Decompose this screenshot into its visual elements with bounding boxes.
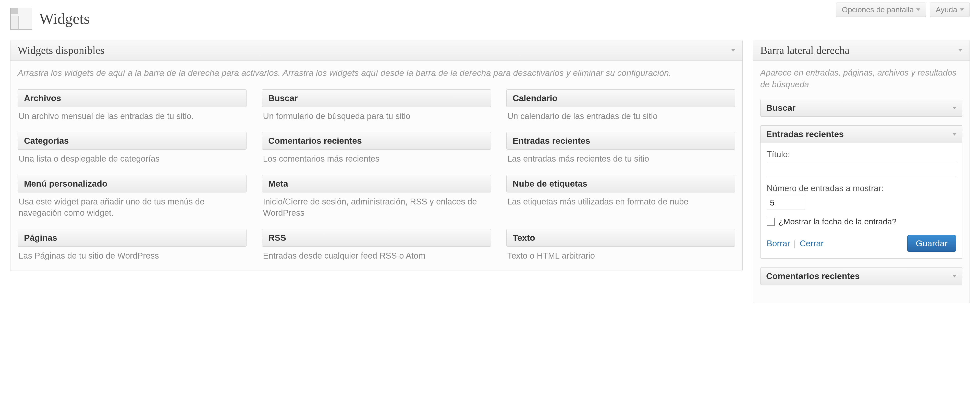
chevron-down-icon: [916, 8, 920, 11]
chevron-down-icon: [953, 133, 956, 135]
sidebar-area-desc: Aparece en entradas, páginas, archivos y…: [760, 67, 963, 90]
available-widget-head[interactable]: Categorías: [18, 132, 247, 150]
show-date-label: ¿Mostrar la fecha de la entrada?: [778, 217, 896, 226]
help-label: Ayuda: [935, 5, 957, 14]
available-widgets-header[interactable]: Widgets disponibles: [11, 40, 742, 61]
link-separator: |: [794, 239, 796, 248]
page-title: Widgets: [39, 10, 90, 27]
available-widget-desc: Los comentarios más recientes: [262, 153, 491, 165]
chevron-down-icon: [953, 275, 956, 277]
sidebar-widget-recientes-head[interactable]: Entradas recientes: [760, 126, 962, 143]
available-widget: ArchivosUn archivo mensual de las entrad…: [18, 89, 247, 122]
sidebar-widget-comentarios[interactable]: Comentarios recientes: [760, 267, 963, 285]
available-widget-head[interactable]: Meta: [262, 175, 491, 193]
available-widget: TextoTexto o HTML arbitrario: [506, 229, 735, 261]
available-widget: Nube de etiquetasLas etiquetas más utili…: [506, 175, 735, 219]
chevron-down-icon: [960, 8, 964, 11]
chevron-down-icon: [953, 107, 956, 109]
sidebar-area-panel: Barra lateral derecha Aparece en entrada…: [753, 40, 970, 303]
show-date-checkbox[interactable]: [767, 218, 775, 226]
available-widget-desc: Un calendario de las entradas de tu siti…: [506, 110, 735, 122]
available-widget-head[interactable]: Comentarios recientes: [262, 132, 491, 150]
available-widgets-title: Widgets disponibles: [18, 44, 104, 56]
chevron-down-icon: [731, 49, 735, 51]
available-widget: Entradas recientesLas entradas más recie…: [506, 132, 735, 165]
available-widget-desc: Entradas desde cualquier feed RSS o Atom: [262, 250, 491, 261]
sidebar-area-title: Barra lateral derecha: [760, 44, 850, 56]
available-widget-head[interactable]: Páginas: [18, 229, 247, 247]
chevron-down-icon: [958, 49, 963, 51]
available-widget-head[interactable]: RSS: [262, 229, 491, 247]
available-widgets-panel: Widgets disponibles Arrastra los widgets…: [10, 40, 743, 271]
sidebar-widget-buscar-title: Buscar: [766, 103, 795, 113]
available-widget-head[interactable]: Entradas recientes: [506, 132, 735, 150]
available-widget: RSSEntradas desde cualquier feed RSS o A…: [262, 229, 491, 261]
available-widget-desc: Usa este widget para añadir uno de tus m…: [18, 196, 247, 219]
screen-options-label: Opciones de pantalla: [842, 5, 914, 14]
sidebar-widget-comentarios-title: Comentarios recientes: [766, 271, 860, 281]
available-widget-head[interactable]: Buscar: [262, 89, 491, 107]
widgets-icon: [10, 8, 32, 30]
available-widget-desc: Un archivo mensual de las entradas de tu…: [18, 110, 247, 122]
available-widget-head[interactable]: Menú personalizado: [18, 175, 247, 193]
sidebar-widget-buscar[interactable]: Buscar: [760, 99, 963, 117]
sidebar-widget-buscar-head[interactable]: Buscar: [760, 99, 962, 116]
numero-input[interactable]: [767, 196, 805, 210]
available-widget-head[interactable]: Nube de etiquetas: [506, 175, 735, 193]
sidebar-widget-comentarios-head[interactable]: Comentarios recientes: [760, 268, 962, 285]
numero-label: Número de entradas a mostrar:: [767, 183, 956, 193]
available-widget-desc: Las entradas más recientes de tu sitio: [506, 153, 735, 165]
available-widgets-instruction: Arrastra los widgets de aquí a la barra …: [18, 67, 735, 79]
available-widget: PáginasLas Páginas de tu sitio de WordPr…: [18, 229, 247, 261]
titulo-label: Título:: [767, 150, 956, 159]
available-widget-head[interactable]: Calendario: [506, 89, 735, 107]
available-widget: CalendarioUn calendario de las entradas …: [506, 89, 735, 122]
available-widget: Menú personalizadoUsa este widget para a…: [18, 175, 247, 219]
sidebar-widget-recientes: Entradas recientes Título: Número de ent…: [760, 125, 963, 258]
available-widget-desc: Texto o HTML arbitrario: [506, 250, 735, 261]
sidebar-area-header[interactable]: Barra lateral derecha: [753, 40, 969, 61]
available-widget: Comentarios recientesLos comentarios más…: [262, 132, 491, 165]
available-widget-desc: Inicio/Cierre de sesión, administración,…: [262, 196, 491, 219]
available-widget-desc: Las etiquetas más utilizadas en formato …: [506, 196, 735, 207]
borrar-link[interactable]: Borrar: [767, 239, 790, 248]
available-widget-desc: Una lista o desplegable de categorías: [18, 153, 247, 165]
available-widget-desc: Las Páginas de tu sitio de WordPress: [18, 250, 247, 261]
available-widget-head[interactable]: Archivos: [18, 89, 247, 107]
available-widget: MetaInicio/Cierre de sesión, administrac…: [262, 175, 491, 219]
available-widget: CategoríasUna lista o desplegable de cat…: [18, 132, 247, 165]
cerrar-link[interactable]: Cerrar: [800, 239, 824, 248]
screen-options-button[interactable]: Opciones de pantalla: [836, 3, 926, 17]
sidebar-widget-recientes-title: Entradas recientes: [766, 129, 844, 139]
titulo-input[interactable]: [767, 162, 956, 177]
guardar-button[interactable]: Guardar: [907, 235, 956, 252]
available-widget-head[interactable]: Texto: [506, 229, 735, 247]
available-widget: BuscarUn formulario de búsqueda para tu …: [262, 89, 491, 122]
help-button[interactable]: Ayuda: [930, 3, 970, 17]
available-widget-desc: Un formulario de búsqueda para tu sitio: [262, 110, 491, 122]
